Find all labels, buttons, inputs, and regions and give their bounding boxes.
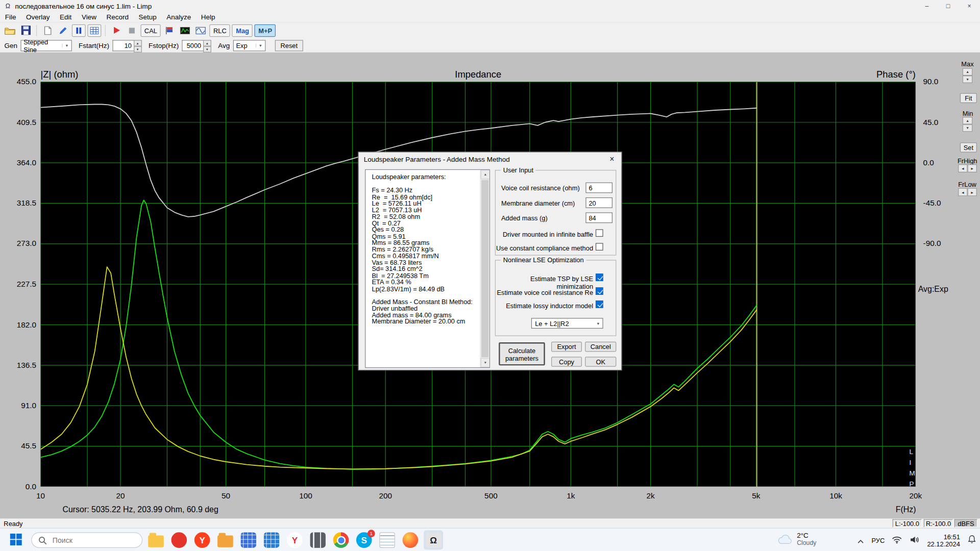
signal-generator-button[interactable]	[179, 24, 192, 36]
frhigh-left-button[interactable]: ◄	[958, 164, 967, 172]
fstop-up-button[interactable]: ▲	[203, 40, 211, 46]
avg-select[interactable]: Exp▼	[233, 40, 265, 51]
close-button[interactable]: ×	[959, 0, 980, 12]
taskbar-search[interactable]	[31, 532, 142, 548]
mag-button[interactable]: Mag	[232, 24, 253, 36]
keyboard-app[interactable]	[239, 531, 258, 550]
hidden-icons-button[interactable]	[857, 535, 864, 546]
notes-app[interactable]	[378, 531, 397, 550]
yandex-browser[interactable]: Y	[192, 531, 212, 550]
set-button[interactable]: Set	[960, 142, 977, 153]
file-explorer[interactable]	[146, 531, 166, 550]
lossy-inductor-checkbox[interactable]	[596, 300, 603, 308]
estimate-tsp-checkbox[interactable]	[596, 273, 603, 281]
dialog-close-button[interactable]: ×	[602, 153, 621, 166]
weather-widget[interactable]: 2°C Cloudy	[777, 532, 816, 546]
fstart-down-button[interactable]: ▼	[134, 46, 142, 52]
firefox[interactable]	[401, 531, 420, 550]
scroll-up-icon[interactable]: ▲	[481, 170, 490, 179]
minimize-button[interactable]: –	[916, 0, 938, 12]
min-down-button[interactable]: ▼	[963, 124, 973, 132]
table-button[interactable]	[87, 24, 101, 36]
max-spinner[interactable]: ▲▼	[963, 68, 973, 83]
fstart-input[interactable]	[112, 40, 134, 51]
copy-page-button[interactable]	[41, 24, 55, 36]
record-play-button[interactable]	[109, 24, 123, 36]
copy-button[interactable]: Copy	[551, 357, 582, 367]
language-indicator[interactable]: РУС	[871, 536, 885, 544]
limp-app[interactable]: Ω	[424, 531, 443, 550]
min-up-button[interactable]: ▲	[963, 117, 973, 124]
notifications-button[interactable]	[968, 535, 976, 546]
infinite-baffle-checkbox[interactable]	[596, 229, 603, 237]
parameter-line: Cms = 0.495817 mm/N	[372, 253, 478, 260]
search-input[interactable]	[51, 536, 126, 544]
volume-button[interactable]	[910, 535, 920, 546]
fstart-up-button[interactable]: ▲	[134, 40, 142, 46]
fit-button[interactable]: Fit	[960, 93, 977, 103]
parameters-textbox[interactable]: Loudspeaker parameters: Fs = 24.30 HzRe …	[365, 169, 490, 368]
menu-item-edit[interactable]: Edit	[55, 12, 77, 22]
mag-phase-button[interactable]: M+P	[255, 24, 276, 36]
calibration-flag-button[interactable]	[163, 24, 177, 36]
ok-button[interactable]: OK	[585, 357, 616, 367]
export-button[interactable]: Export	[551, 342, 582, 352]
reset-button[interactable]: Reset	[275, 40, 303, 51]
cancel-button[interactable]: Cancel	[585, 342, 616, 352]
rlc-button[interactable]: RLC	[210, 24, 230, 36]
min-spinner[interactable]: ▲▼	[963, 117, 973, 132]
scrollbar-thumb[interactable]	[481, 180, 489, 358]
user-input-group: User Input Voice coil resistance (ohm) M…	[495, 170, 617, 256]
frlow-left-button[interactable]: ◄	[958, 188, 967, 196]
orange-folder-app[interactable]	[215, 531, 235, 550]
menu-item-help[interactable]: Help	[196, 12, 220, 22]
page-icon	[43, 26, 52, 35]
bell-icon	[968, 535, 976, 543]
chrome[interactable]	[331, 531, 351, 550]
pause-button[interactable]	[72, 24, 86, 36]
tiles-app[interactable]	[262, 531, 281, 550]
generator-select[interactable]: Stepped Sine▼	[20, 40, 71, 51]
save-button[interactable]	[19, 24, 33, 36]
start-button[interactable]	[10, 534, 22, 548]
volume-mixer-app[interactable]	[308, 531, 328, 550]
pen-button[interactable]	[56, 24, 70, 36]
fstart-spinner[interactable]: ▲▼	[112, 40, 142, 51]
added-mass-field[interactable]	[585, 212, 612, 223]
menu-item-record[interactable]: Record	[102, 12, 134, 22]
voice-coil-resistance-field[interactable]	[585, 183, 612, 193]
menu-item-file[interactable]: File	[0, 12, 21, 22]
calculate-parameters-button[interactable]: Calculate parameters	[499, 342, 545, 365]
estimate-re-checkbox[interactable]	[596, 287, 603, 295]
scope-button[interactable]	[194, 24, 208, 36]
clock[interactable]: 16:51 22.12.2024	[927, 533, 960, 547]
scroll-down-icon[interactable]: ▼	[481, 358, 490, 367]
frlow-right-button[interactable]: ►	[968, 188, 977, 196]
wifi-button[interactable]	[892, 535, 902, 546]
fstop-spinner[interactable]: ▲▼	[182, 40, 211, 51]
scrollbar[interactable]: ▲ ▼	[480, 170, 489, 367]
frhigh-right-button[interactable]: ►	[968, 164, 977, 172]
x-axis-tick: 200	[379, 492, 392, 500]
frlow-spinner[interactable]: ◄►	[958, 188, 977, 196]
menu-item-overlay[interactable]: Overlay	[21, 12, 55, 22]
fstop-input[interactable]	[182, 40, 203, 51]
open-button[interactable]	[3, 24, 17, 36]
red-app[interactable]	[169, 531, 189, 550]
maximize-button[interactable]: □	[938, 0, 959, 12]
cal-button[interactable]: CAL	[141, 24, 161, 36]
menu-item-setup[interactable]: Setup	[134, 12, 162, 22]
fstop-down-button[interactable]: ▼	[203, 46, 211, 52]
menu-item-analyze[interactable]: Analyze	[162, 12, 197, 22]
menu-item-view[interactable]: View	[77, 12, 102, 22]
cursor-readout: Cursor: 5035.22 Hz, 203.99 Ohm, 60.9 deg	[62, 505, 218, 514]
frhigh-spinner[interactable]: ◄►	[958, 164, 977, 172]
max-down-button[interactable]: ▼	[963, 76, 973, 83]
membrane-diameter-field[interactable]	[585, 197, 612, 208]
max-up-button[interactable]: ▲	[963, 68, 973, 76]
yandex-search[interactable]: Y	[285, 531, 304, 550]
inductor-model-select[interactable]: Le + L2||R2▼	[531, 318, 603, 329]
constant-compliance-checkbox[interactable]	[596, 243, 603, 251]
stop-button[interactable]	[125, 24, 139, 36]
skype[interactable]: S1	[354, 531, 374, 550]
